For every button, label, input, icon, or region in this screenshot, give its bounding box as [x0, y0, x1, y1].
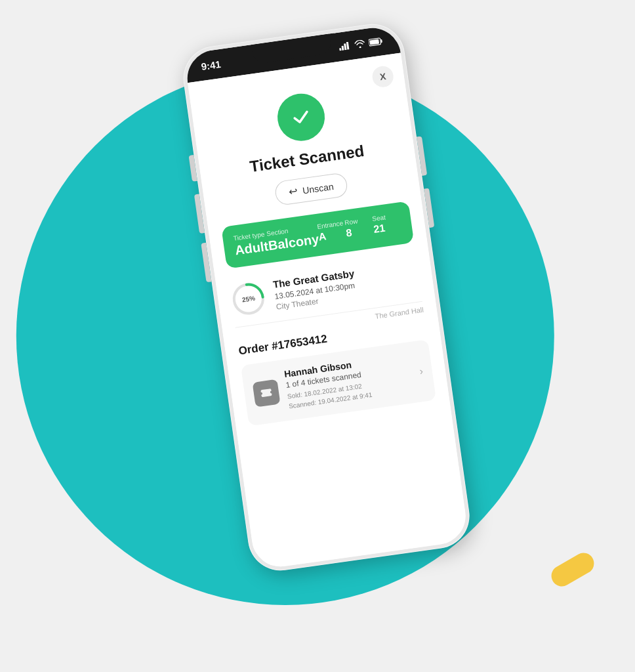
ticket-type-field: Ticket type Adult: [233, 230, 270, 259]
entrance-field: Entrance A: [317, 219, 347, 243]
checkmark-icon: [288, 104, 315, 131]
chevron-right-icon: ›: [419, 365, 424, 377]
yellow-pill-decoration: [548, 549, 598, 591]
svg-rect-1: [342, 46, 344, 51]
svg-rect-3: [346, 42, 350, 50]
status-time: 9:41: [201, 58, 222, 72]
wifi-icon: [354, 39, 366, 49]
unscan-label: Unscan: [302, 180, 334, 195]
ticket-type-value: Adult: [234, 239, 270, 259]
svg-rect-2: [344, 43, 346, 50]
sold-label: Sold:: [287, 391, 302, 400]
svg-rect-6: [369, 39, 379, 45]
seat-field: Seat 21: [372, 211, 402, 236]
progress-circle: 25%: [229, 280, 268, 318]
notch: [251, 34, 332, 64]
section-field: Section Balcony: [266, 223, 320, 253]
check-circle: [274, 91, 327, 144]
unscan-icon: ↩: [288, 185, 298, 199]
signal-icon: [338, 41, 351, 51]
row-value: 8: [345, 224, 374, 240]
scanned-label: Scanned:: [288, 399, 316, 410]
battery-icon: [368, 37, 383, 47]
order-item-info: Hannah Gibson 1 of 4 tickets scanned Sol…: [283, 351, 415, 411]
row-field: Row 8: [344, 215, 375, 240]
seat-value: 21: [373, 220, 401, 236]
scene: 9:41: [0, 0, 635, 672]
entrance-value: A: [318, 228, 346, 243]
event-details: The Great Gatsby 13.05.2024 at 10:30pm C…: [272, 259, 421, 311]
svg-rect-0: [339, 48, 342, 51]
status-icons: [338, 37, 384, 51]
ticket-icon-svg: [259, 385, 274, 400]
ticket-icon: [253, 379, 281, 407]
unscan-button[interactable]: ↩ Unscan: [274, 172, 349, 206]
